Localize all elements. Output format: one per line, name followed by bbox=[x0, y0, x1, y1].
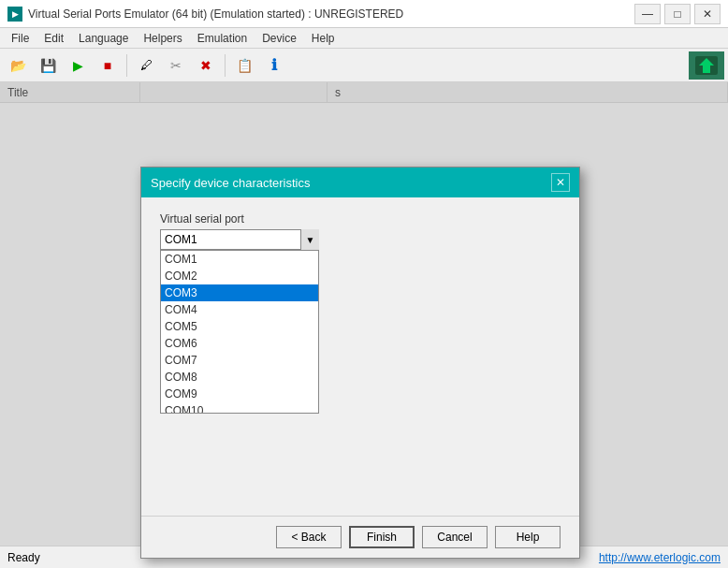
brand-icon bbox=[693, 54, 720, 77]
cancel-button[interactable]: Cancel bbox=[422, 526, 488, 548]
status-text: Ready bbox=[7, 551, 40, 564]
dropdown-item-com10[interactable]: COM10 bbox=[161, 402, 318, 414]
toolbar: 📂 💾 ▶ ■ 🖊 ✂ ✖ 📋 ℹ bbox=[0, 49, 728, 82]
menu-emulation[interactable]: Emulation bbox=[190, 30, 255, 47]
dialog-titlebar: Specify device characteristics ✕ bbox=[141, 167, 579, 197]
connect-button[interactable]: 🖊 bbox=[132, 52, 160, 79]
dropdown-item-com3[interactable]: COM3 bbox=[161, 284, 318, 301]
toolbar-separator-1 bbox=[126, 54, 127, 77]
help-button[interactable]: Help bbox=[495, 526, 561, 548]
menu-help[interactable]: Help bbox=[304, 30, 342, 47]
dropdown-item-com8[interactable]: COM8 bbox=[161, 369, 318, 386]
menu-edit[interactable]: Edit bbox=[36, 30, 71, 47]
dropdown-item-com4[interactable]: COM4 bbox=[161, 301, 318, 318]
app-icon: ▶ bbox=[7, 7, 22, 22]
com-port-combo: ▼ bbox=[160, 229, 319, 250]
menu-language[interactable]: Language bbox=[71, 30, 136, 47]
dialog-body: Virtual serial port ▼ COM1 COM2 COM3 COM… bbox=[141, 197, 579, 516]
toolbar-separator-2 bbox=[225, 54, 226, 77]
dropdown-item-com1[interactable]: COM1 bbox=[161, 251, 318, 268]
virtual-port-label: Virtual serial port bbox=[160, 212, 561, 226]
close-button[interactable]: ✕ bbox=[694, 4, 721, 24]
dialog-title: Specify device characteristics bbox=[151, 176, 551, 190]
maximize-button[interactable]: □ bbox=[664, 4, 691, 24]
disconnect-button[interactable]: ✂ bbox=[162, 52, 190, 79]
menu-bar: File Edit Language Helpers Emulation Dev… bbox=[0, 28, 728, 49]
remove-button[interactable]: ✖ bbox=[192, 52, 220, 79]
save-button[interactable]: 💾 bbox=[34, 52, 62, 79]
com-port-input[interactable] bbox=[160, 229, 319, 250]
menu-device[interactable]: Device bbox=[255, 30, 304, 47]
dropdown-item-com2[interactable]: COM2 bbox=[161, 268, 318, 284]
dropdown-item-com5[interactable]: COM5 bbox=[161, 318, 318, 335]
specify-device-dialog: Specify device characteristics ✕ Virtual… bbox=[140, 167, 580, 559]
dropdown-item-com6[interactable]: COM6 bbox=[161, 335, 318, 352]
combo-arrow-icon[interactable]: ▼ bbox=[300, 229, 319, 250]
menu-file[interactable]: File bbox=[4, 30, 36, 47]
properties-button[interactable]: 📋 bbox=[230, 52, 258, 79]
menu-helpers[interactable]: Helpers bbox=[136, 30, 189, 47]
dialog-footer: < Back Finish Cancel Help bbox=[141, 516, 579, 558]
back-button[interactable]: < Back bbox=[276, 526, 342, 548]
info-button[interactable]: ℹ bbox=[260, 52, 288, 79]
dropdown-item-com9[interactable]: COM9 bbox=[161, 386, 318, 402]
window-controls: — □ ✕ bbox=[634, 4, 721, 24]
open-button[interactable]: 📂 bbox=[4, 52, 32, 79]
minimize-button[interactable]: — bbox=[634, 4, 661, 24]
dialog-close-button[interactable]: ✕ bbox=[551, 173, 570, 192]
status-link[interactable]: http://www.eterlogic.com bbox=[599, 551, 721, 564]
dropdown-item-com7[interactable]: COM7 bbox=[161, 352, 318, 369]
title-bar: ▶ Virtual Serial Ports Emulator (64 bit)… bbox=[0, 0, 728, 28]
brand-logo bbox=[689, 51, 724, 80]
play-button[interactable]: ▶ bbox=[64, 52, 92, 79]
finish-button[interactable]: Finish bbox=[349, 526, 415, 548]
main-area: Title s Specify device characteristics ✕… bbox=[0, 82, 728, 546]
com-port-dropdown[interactable]: COM1 COM2 COM3 COM4 COM5 COM6 COM7 COM8 … bbox=[160, 250, 319, 414]
window-title: Virtual Serial Ports Emulator (64 bit) (… bbox=[28, 7, 634, 21]
stop-button[interactable]: ■ bbox=[94, 52, 122, 79]
svg-rect-2 bbox=[703, 66, 710, 73]
